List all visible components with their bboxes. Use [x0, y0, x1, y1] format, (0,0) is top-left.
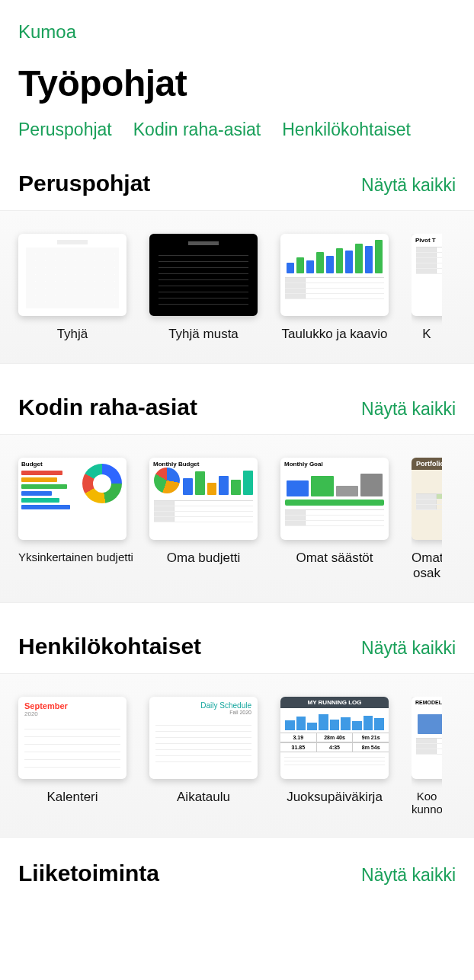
template-thumbnail: Monthly Goal — [280, 458, 389, 540]
template-monthly-goal[interactable]: Monthly Goal Omat säästöt — [280, 458, 389, 581]
template-row[interactable]: September 2020 Kalenteri Daily Schedule … — [0, 673, 474, 838]
category-tabs: Peruspohjat Kodin raha-asiat Henkilökoht… — [18, 120, 456, 140]
template-label: Aikataulu — [149, 790, 258, 805]
template-thumbnail — [149, 234, 258, 316]
page-title: Työpohjat — [18, 62, 456, 104]
section-liiketoiminta: Liiketoiminta Näytä kaikki — [0, 860, 474, 886]
section-kodin-raha-asiat: Kodin raha-asiat Näytä kaikki Budget — [0, 394, 474, 603]
template-running-log[interactable]: MY RUNNING LOG 3.19 28m 40s 9m 21s 31.85… — [280, 697, 389, 816]
template-table-chart[interactable]: Taulukko ja kaavio — [280, 234, 389, 342]
show-all-button[interactable]: Näytä kaikki — [361, 399, 456, 420]
stat: 9m 21s — [353, 733, 389, 742]
template-label: Kalenteri — [18, 790, 127, 805]
template-blank[interactable]: Tyhjä — [18, 234, 127, 342]
template-label: Oma budjetti — [149, 551, 258, 566]
template-label: Yksinkertainen budjetti — [18, 551, 127, 563]
thumbnail-title: Monthly Budget — [149, 458, 258, 468]
thumbnail-title: Daily Schedule — [155, 701, 251, 710]
template-blank-black[interactable]: Tyhjä musta — [149, 234, 258, 342]
thumbnail-title: REMODEL : PROJECT BU — [412, 697, 442, 705]
template-thumbnail: Pivot T — [412, 234, 442, 316]
thumbnail-value: $143,541.32 — [412, 470, 442, 487]
section-henkilokohtaiset: Henkilökohtaiset Näytä kaikki September … — [0, 634, 474, 838]
template-thumbnail — [280, 234, 389, 316]
template-thumbnail: September 2020 — [18, 697, 127, 779]
stat: 4:35 — [317, 743, 354, 752]
thumbnail-month: September — [24, 701, 120, 710]
show-all-button[interactable]: Näytä kaikki — [361, 865, 456, 886]
stat: 3.19 — [280, 733, 317, 742]
template-label: Tyhjä musta — [149, 327, 258, 342]
template-row[interactable]: Tyhjä Tyhjä musta Taulukko ja kaavio — [0, 210, 474, 364]
tab-peruspohjat[interactable]: Peruspohjat — [18, 120, 112, 140]
thumbnail-title: Portfolio — [412, 458, 442, 470]
section-title: Kodin raha-asiat — [18, 394, 197, 420]
template-label: Omat osak — [412, 551, 442, 581]
template-label: Juoksupäiväkirja — [280, 790, 389, 805]
template-thumbnail: Budget — [18, 458, 127, 540]
thumbnail-title: Pivot T — [412, 234, 442, 244]
template-thumbnail — [18, 234, 127, 316]
template-label: Taulukko ja kaavio — [280, 327, 389, 342]
stat: 28m 40s — [317, 733, 354, 742]
tab-kodin-raha-asiat[interactable]: Kodin raha-asiat — [133, 120, 261, 140]
thumbnail-title: MY RUNNING LOG — [280, 697, 389, 708]
template-portfolio[interactable]: Portfolio $143,541.32 Omat osak — [412, 458, 442, 581]
template-thumbnail: Portfolio $143,541.32 — [412, 458, 442, 540]
template-pivot[interactable]: Pivot T K — [412, 234, 442, 342]
thumbnail-subtitle: Fall 2020 — [155, 710, 251, 715]
show-all-button[interactable]: Näytä kaikki — [361, 638, 456, 659]
template-label: Koo kunno — [412, 790, 442, 816]
template-remodel[interactable]: REMODEL : PROJECT BU Koo kunno — [412, 697, 442, 816]
template-label: Tyhjä — [18, 327, 127, 342]
template-label: K — [412, 327, 442, 342]
section-peruspohjat: Peruspohjat Näytä kaikki Tyhjä Tyhjä mus… — [0, 171, 474, 364]
template-label: Omat säästöt — [280, 551, 389, 566]
template-thumbnail: MY RUNNING LOG 3.19 28m 40s 9m 21s 31.85… — [280, 697, 389, 779]
template-monthly-budget[interactable]: Monthly Budget Oma budjetti — [149, 458, 258, 581]
template-simple-budget[interactable]: Budget Yksinkertainen budjetti — [18, 458, 127, 581]
stat: 8m 54s — [353, 743, 389, 752]
template-calendar[interactable]: September 2020 Kalenteri — [18, 697, 127, 816]
section-title: Liiketoiminta — [18, 860, 159, 886]
section-title: Peruspohjat — [18, 171, 150, 196]
template-row[interactable]: Budget Yksinkertainen budjetti Monthly B… — [0, 434, 474, 603]
template-thumbnail: Monthly Budget — [149, 458, 258, 540]
cancel-button[interactable]: Kumoa — [18, 21, 456, 43]
thumbnail-year: 2020 — [24, 710, 120, 717]
template-thumbnail: Daily Schedule Fall 2020 — [149, 697, 258, 779]
thumbnail-title: Monthly Goal — [280, 458, 389, 468]
section-title: Henkilökohtaiset — [18, 634, 201, 659]
tab-henkilokohtaiset[interactable]: Henkilökohtaiset — [282, 120, 411, 140]
template-schedule[interactable]: Daily Schedule Fall 2020 Aikataulu — [149, 697, 258, 816]
stat: 31.85 — [280, 743, 317, 752]
thumbnail-title: Budget — [21, 461, 72, 468]
show-all-button[interactable]: Näytä kaikki — [361, 175, 456, 196]
template-thumbnail: REMODEL : PROJECT BU — [412, 697, 442, 779]
